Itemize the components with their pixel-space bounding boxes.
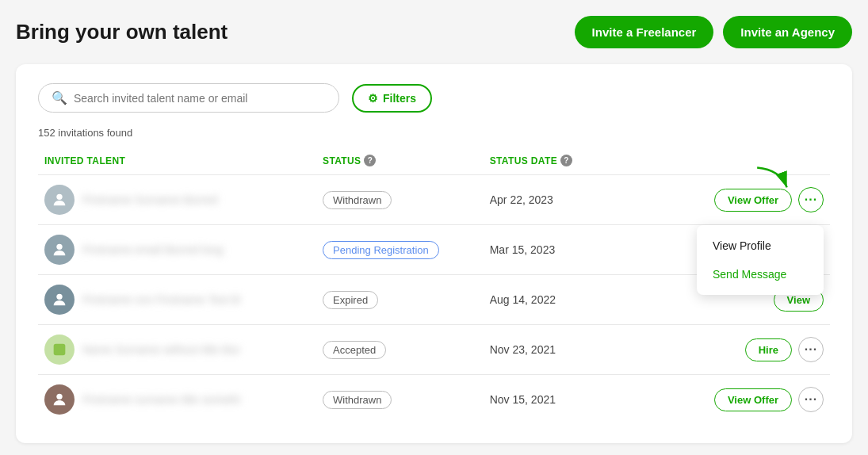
svg-rect-4 xyxy=(54,344,66,356)
more-options-button[interactable]: ··· xyxy=(798,187,824,212)
status-badge: Accepted xyxy=(323,341,386,359)
page-title: Bring your own talent xyxy=(16,20,228,44)
search-icon: 🔍 xyxy=(52,90,67,105)
talent-info: Name Surname without title blurred xyxy=(44,335,323,365)
more-options-button[interactable]: ··· xyxy=(798,337,824,362)
status-badge: Expired xyxy=(323,291,378,309)
talent-info: Firstname email blurred long xyxy=(44,235,323,265)
status-cell: Expired xyxy=(323,291,490,309)
talent-name: Firstname surname title something blurre… xyxy=(82,393,241,406)
talent-name: Firstname Surname blurred xyxy=(82,193,217,206)
table-header: INVITED TALENT STATUS ? STATUS DATE ? xyxy=(38,150,830,171)
avatar xyxy=(44,384,75,415)
status-info-icon: ? xyxy=(364,155,376,166)
col-invited-talent: INVITED TALENT xyxy=(44,155,323,166)
status-date: Aug 14, 2022 xyxy=(490,293,685,306)
filters-button[interactable]: ⚙ Filters xyxy=(352,84,432,113)
main-card: 🔍 ⚙ Filters 152 invitations found INVITE… xyxy=(16,64,852,443)
status-date: Nov 15, 2021 xyxy=(490,393,685,406)
status-date: Apr 22, 2023 xyxy=(490,193,685,206)
status-cell: Withdrawn xyxy=(323,191,490,209)
svg-point-3 xyxy=(56,294,62,300)
status-badge: Pending Registration xyxy=(323,241,439,259)
arrow-indicator xyxy=(754,163,793,198)
talent-info: Firstname von Firstname Test blurred xyxy=(44,285,323,315)
search-filter-row: 🔍 ⚙ Filters xyxy=(38,83,830,113)
invite-agency-button[interactable]: Invite an Agency xyxy=(723,16,852,48)
col-status-date: STATUS DATE ? xyxy=(490,155,685,166)
hire-button[interactable]: Hire xyxy=(745,338,792,361)
talent-info: Firstname Surname blurred xyxy=(44,185,323,215)
talent-name: Firstname von Firstname Test blurred xyxy=(82,293,241,306)
dropdown-menu: View Profile Send Message xyxy=(697,225,824,295)
actions-cell: Hire ··· xyxy=(684,337,824,362)
actions-cell: View Offer ··· xyxy=(684,387,824,412)
filters-label: Filters xyxy=(383,92,416,105)
avatar xyxy=(44,335,75,365)
view-offer-button[interactable]: View Offer xyxy=(714,388,792,411)
table-row: Firstname Surname blurred Withdrawn Apr … xyxy=(38,174,830,224)
avatar xyxy=(44,285,75,315)
send-message-item[interactable]: Send Message xyxy=(697,260,824,289)
header-buttons: Invite a Freelancer Invite an Agency xyxy=(575,16,852,48)
avatar xyxy=(44,235,75,265)
talent-info: Firstname surname title something blurre… xyxy=(44,384,323,415)
invitations-count: 152 invitations found xyxy=(38,127,830,139)
view-profile-item[interactable]: View Profile xyxy=(697,231,824,260)
search-wrapper: 🔍 xyxy=(38,83,339,113)
status-date: Nov 23, 2021 xyxy=(490,343,685,356)
search-input[interactable] xyxy=(74,92,326,105)
actions-cell: View Offer ··· View Profile Send Message xyxy=(684,187,824,212)
col-status: STATUS ? xyxy=(323,155,490,166)
talent-name: Firstname email blurred long xyxy=(82,243,223,256)
svg-point-2 xyxy=(56,244,62,250)
status-date-info-icon: ? xyxy=(560,155,572,166)
table-row: Name Surname without title blurred Accep… xyxy=(38,324,830,374)
svg-point-0 xyxy=(56,194,62,200)
table-row: Firstname surname title something blurre… xyxy=(38,374,830,424)
talent-name: Name Surname without title blurred xyxy=(82,343,241,356)
page-header: Bring your own talent Invite a Freelance… xyxy=(16,16,852,48)
status-date: Mar 15, 2023 xyxy=(490,243,685,256)
invite-freelancer-button[interactable]: Invite a Freelancer xyxy=(575,16,714,48)
status-cell: Withdrawn xyxy=(323,391,490,409)
avatar xyxy=(44,185,75,215)
more-options-button[interactable]: ··· xyxy=(798,387,824,412)
status-cell: Pending Registration xyxy=(323,241,490,259)
status-badge: Withdrawn xyxy=(323,191,392,209)
gear-icon: ⚙ xyxy=(368,92,378,105)
status-badge: Withdrawn xyxy=(323,391,392,409)
status-cell: Accepted xyxy=(323,341,490,359)
svg-point-5 xyxy=(56,394,62,400)
